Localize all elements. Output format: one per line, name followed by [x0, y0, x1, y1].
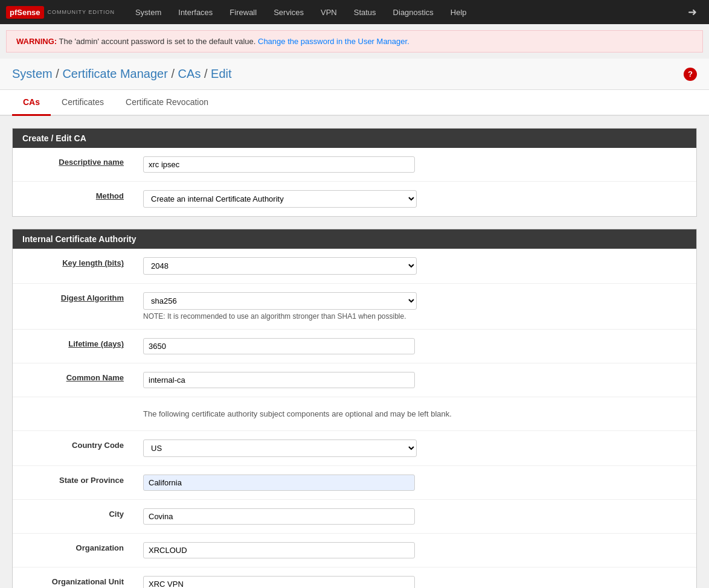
create-edit-ca-panel-header: Create / Edit CA — [13, 129, 696, 148]
key-length-label: Key length (bits) — [13, 255, 133, 271]
main-content: Create / Edit CA Descriptive name Method… — [0, 116, 709, 588]
organization-input[interactable] — [143, 542, 415, 558]
country-code-row: Country Code US CA GB DE FR AU — [13, 431, 696, 466]
city-row: City — [13, 500, 696, 534]
optional-note-empty-label — [13, 403, 133, 411]
city-field — [133, 506, 696, 527]
warning-label: WARNING: — [16, 37, 57, 46]
country-code-label: Country Code — [13, 437, 133, 453]
tab-certificates[interactable]: Certificates — [51, 90, 115, 115]
nav-system[interactable]: System — [127, 2, 170, 23]
optional-note-field: The following certificate authority subj… — [133, 403, 696, 424]
country-code-field: US CA GB DE FR AU — [133, 437, 696, 459]
create-edit-ca-panel: Create / Edit CA Descriptive name Method… — [12, 128, 697, 217]
method-label: Method — [13, 188, 133, 204]
breadcrumb: System / Certificate Manager / CAs / Edi… — [12, 67, 232, 81]
state-province-field — [133, 472, 696, 493]
lifetime-label: Lifetime (days) — [13, 336, 133, 352]
digest-algorithm-note: NOTE: It is recommended to use an algori… — [143, 312, 687, 321]
optional-note-text: The following certificate authority subj… — [143, 406, 687, 422]
nav-firewall[interactable]: Firewall — [221, 2, 265, 23]
common-name-input[interactable] — [143, 372, 415, 388]
city-label: City — [13, 506, 133, 522]
method-row: Method Create an internal Certificate Au… — [13, 182, 696, 216]
method-field: Create an internal Certificate Authority… — [133, 188, 696, 210]
digest-algorithm-row: Digest Algorithm sha1 sha224 sha256 sha3… — [13, 284, 696, 330]
organization-label: Organization — [13, 540, 133, 556]
lifetime-field — [133, 336, 696, 357]
digest-algorithm-label: Digest Algorithm — [13, 290, 133, 306]
nav-diagnostics[interactable]: Diagnostics — [385, 2, 442, 23]
brand: pfSense COMMUNITY EDITION — [6, 6, 115, 19]
tab-certificate-revocation[interactable]: Certificate Revocation — [115, 90, 219, 115]
breadcrumb-cert-manager[interactable]: Certificate Manager — [62, 67, 168, 80]
warning-bar: WARNING: The 'admin' account password is… — [6, 30, 703, 53]
organizational-unit-row: Organizational Unit — [13, 567, 696, 588]
breadcrumb-edit[interactable]: Edit — [211, 67, 231, 80]
breadcrumb-system[interactable]: System — [12, 67, 53, 80]
common-name-label: Common Name — [13, 369, 133, 386]
method-select[interactable]: Create an internal Certificate Authority… — [143, 190, 417, 208]
nav-help[interactable]: Help — [442, 2, 475, 23]
common-name-field — [133, 369, 696, 391]
state-province-row: State or Province — [13, 466, 696, 500]
logo: pfSense — [6, 6, 44, 19]
lifetime-input[interactable] — [143, 338, 415, 354]
state-province-input[interactable] — [143, 475, 415, 491]
descriptive-name-input[interactable] — [143, 156, 415, 173]
descriptive-name-field — [133, 154, 696, 175]
digest-algorithm-field: sha1 sha224 sha256 sha384 sha512 NOTE: I… — [133, 290, 696, 323]
organizational-unit-field — [133, 574, 696, 588]
nav-status[interactable]: Status — [345, 2, 385, 23]
organization-row: Organization — [13, 534, 696, 567]
digest-algorithm-select[interactable]: sha1 sha224 sha256 sha384 sha512 — [143, 292, 417, 310]
organizational-unit-input[interactable] — [143, 576, 415, 588]
nav-services[interactable]: Services — [265, 2, 312, 23]
brand-edition: COMMUNITY EDITION — [48, 9, 115, 15]
breadcrumb-cas[interactable]: CAs — [178, 67, 201, 80]
nav-interfaces[interactable]: Interfaces — [170, 2, 221, 23]
country-code-select[interactable]: US CA GB DE FR AU — [143, 439, 417, 457]
tabs: CAs Certificates Certificate Revocation — [0, 90, 709, 116]
warning-text: The 'admin' account password is set to t… — [59, 37, 258, 46]
descriptive-name-row: Descriptive name — [13, 148, 696, 182]
common-name-row: Common Name — [13, 363, 696, 397]
key-length-field: 512 1024 2048 4096 — [133, 255, 696, 277]
city-input[interactable] — [143, 508, 415, 525]
state-province-label: State or Province — [13, 472, 133, 488]
warning-link[interactable]: Change the password in the User Manager. — [258, 37, 409, 46]
nav-menu: System Interfaces Firewall Services VPN … — [127, 2, 682, 23]
organization-field — [133, 540, 696, 561]
organizational-unit-label: Organizational Unit — [13, 574, 133, 588]
optional-note-row: The following certificate authority subj… — [13, 397, 696, 431]
key-length-row: Key length (bits) 512 1024 2048 4096 — [13, 249, 696, 284]
lifetime-row: Lifetime (days) — [13, 330, 696, 363]
internal-ca-panel: Internal Certificate Authority Key lengt… — [12, 229, 697, 588]
navbar: pfSense COMMUNITY EDITION System Interfa… — [0, 0, 709, 24]
key-length-select[interactable]: 512 1024 2048 4096 — [143, 257, 417, 275]
breadcrumb-area: System / Certificate Manager / CAs / Edi… — [0, 59, 709, 90]
tab-cas[interactable]: CAs — [12, 90, 51, 116]
navbar-right-icon: ➜ — [682, 5, 703, 19]
descriptive-name-label: Descriptive name — [13, 154, 133, 170]
internal-ca-panel-header: Internal Certificate Authority — [13, 229, 696, 249]
nav-vpn[interactable]: VPN — [312, 2, 345, 23]
help-icon[interactable]: ? — [684, 68, 697, 81]
